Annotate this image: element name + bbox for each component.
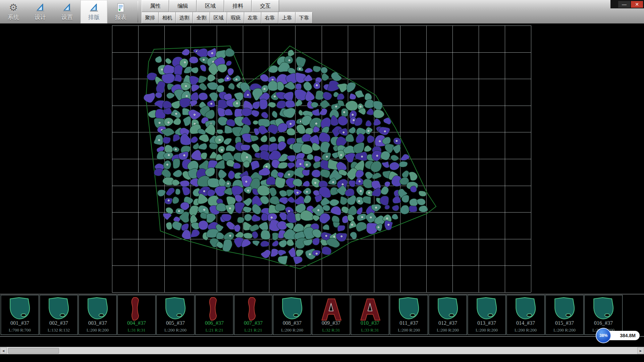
piece-lr-counts: L:200 R:200 [273, 327, 311, 333]
piece-shape-icon [6, 296, 33, 323]
piece-id: 012_#37 [429, 320, 467, 326]
piece-thumbnail[interactable]: 014_#37 L:200 R:200 [506, 295, 545, 335]
tab-properties[interactable]: 属性 [142, 0, 169, 12]
piece-lr-counts: L:132 R:132 [40, 327, 77, 333]
design-sail-icon [35, 2, 46, 13]
tool-align-bottom[interactable]: 下靠 [296, 12, 313, 23]
toolbar-item-label: 排版 [88, 13, 100, 21]
tab-region[interactable]: 区域 [197, 0, 224, 12]
piece-lr-counts: L:200 R:200 [546, 327, 583, 333]
piece-thumbnail[interactable]: 007_#37 L:21 R:21 [234, 295, 272, 335]
toolbar-item-label: 设计 [35, 13, 46, 21]
piece-lr-counts: L:200 R:200 [468, 327, 505, 333]
horizontal-scrollbar[interactable]: ◄ ► [0, 347, 644, 354]
piece-shape-icon [240, 296, 267, 323]
tab-nesting[interactable]: 排料 [224, 0, 252, 12]
tool-select-cut[interactable]: 选割 [176, 12, 193, 23]
piece-id: 003_#37 [79, 320, 116, 326]
toolbar-separator [138, 1, 138, 22]
toolbar-item-label: 设置 [61, 13, 73, 21]
piece-id: 014_#37 [507, 320, 544, 326]
toolbar-item-nesting[interactable]: 排版 [80, 0, 107, 23]
window-controls: — ✕ [610, 0, 644, 8]
tool-align-right[interactable]: 右靠 [261, 12, 278, 23]
close-icon: ✕ [635, 2, 639, 7]
piece-lr-counts: L:200 R:200 [79, 327, 116, 333]
tab-interactive[interactable]: 交互 [252, 0, 279, 12]
scroll-left-arrow-icon[interactable]: ◄ [0, 347, 7, 354]
piece-thumbnail[interactable]: 012_#37 L:200 R:200 [429, 295, 467, 335]
piece-id: 009_#37 [312, 320, 350, 326]
settings-sail-icon [62, 2, 72, 13]
piece-id: 016_#37 [585, 320, 622, 326]
scroll-right-arrow-icon[interactable]: ► [637, 347, 644, 354]
piece-thumbnail[interactable]: 013_#37 L:200 R:200 [468, 295, 506, 335]
piece-lr-counts: L:200 R:200 [157, 327, 194, 333]
piece-shape-icon [395, 296, 422, 323]
piece-shape-icon [162, 296, 189, 323]
piece-id: 013_#37 [468, 320, 505, 326]
piece-thumbnail-strip: 001_#37 L:700 R:700 002_#37 L:132 R:132 … [0, 294, 644, 337]
minimize-icon: — [622, 2, 627, 7]
tool-defect[interactable]: 瑕疵 [227, 12, 244, 23]
piece-shape-icon [590, 296, 617, 323]
tool-align-top[interactable]: 上靠 [278, 12, 296, 23]
toolbar-item-design[interactable]: 设计 [27, 0, 54, 23]
piece-thumbnail[interactable]: 001_#37 L:700 R:700 [1, 295, 39, 335]
piece-lr-counts: L:21 R:21 [196, 327, 233, 333]
piece-shape-icon [201, 296, 228, 323]
main-toolbar: ⚙ 系统 设计 设置 [0, 0, 644, 24]
piece-thumbnail[interactable]: 005_#37 L:200 R:200 [156, 295, 195, 335]
piece-id: 010_#37 [351, 320, 389, 326]
tab-edit[interactable]: 编辑 [169, 0, 197, 12]
piece-thumbnail[interactable]: 009_#37 L:32 R:31 [312, 295, 350, 335]
tool-zone[interactable]: 区域 [210, 12, 227, 23]
close-button[interactable]: ✕ [631, 1, 643, 8]
piece-id: 011_#37 [390, 320, 428, 326]
report-document-icon [115, 2, 126, 13]
toolbar-item-report[interactable]: 报表 [107, 0, 134, 23]
memory-status-badge: 38% 384.8M [604, 331, 640, 340]
piece-shape-icon [123, 296, 150, 323]
piece-id: 006_#37 [196, 320, 233, 326]
piece-id: 015_#37 [546, 320, 583, 326]
piece-thumbnail[interactable]: 015_#37 L:200 R:200 [545, 295, 584, 335]
nesting-canvas[interactable] [0, 23, 644, 294]
piece-lr-counts: L:21 R:21 [234, 327, 272, 333]
system-gear-icon: ⚙ [8, 2, 19, 13]
piece-thumbnail[interactable]: 002_#37 L:132 R:132 [40, 295, 78, 335]
tool-button-row: 聚排 相机 选割 全割 区域 瑕疵 左靠 右靠 上靠 下靠 [142, 12, 313, 23]
piece-thumbnail[interactable]: 011_#37 L:200 R:200 [390, 295, 428, 335]
piece-shape-icon [551, 296, 578, 323]
piece-id: 002_#37 [40, 320, 77, 326]
memory-value: 384.8M [620, 333, 636, 338]
toolbar-item-label: 报表 [115, 13, 126, 21]
toolbar-item-label: 系统 [8, 13, 19, 21]
toolbar-item-system[interactable]: ⚙ 系统 [0, 0, 27, 23]
piece-thumbnail[interactable]: 006_#37 L:21 R:21 [195, 295, 233, 335]
scrollbar-thumb[interactable] [8, 348, 59, 354]
tool-camera[interactable]: 相机 [159, 12, 176, 23]
tool-cut-all[interactable]: 全割 [193, 12, 210, 23]
app-window: ⚙ 系统 设计 设置 [0, 0, 644, 362]
tool-cluster-nest[interactable]: 聚排 [142, 12, 159, 23]
progress-value: 38% [599, 333, 607, 338]
piece-thumbnail[interactable]: 010_#37 L:33 R:31 [351, 295, 389, 335]
piece-shape-icon [84, 296, 111, 323]
progress-circle: 38% [596, 328, 611, 343]
piece-thumbnail[interactable]: 004_#37 L:31 R:31 [117, 295, 156, 335]
toolbar-item-settings[interactable]: 设置 [54, 0, 80, 23]
tool-align-left[interactable]: 左靠 [244, 12, 261, 23]
minimize-button[interactable]: — [618, 1, 630, 8]
piece-lr-counts: L:200 R:200 [429, 327, 467, 333]
piece-shape-icon [318, 296, 344, 323]
piece-shape-icon [434, 296, 461, 323]
piece-thumbnail[interactable]: 008_#37 L:200 R:200 [273, 295, 311, 335]
piece-shape-icon [45, 296, 72, 323]
piece-lr-counts: L:200 R:200 [390, 327, 428, 333]
piece-shape-icon [357, 296, 383, 323]
piece-thumbnail[interactable]: 003_#37 L:200 R:200 [78, 295, 117, 335]
piece-shape-icon [279, 296, 306, 323]
piece-id: 008_#37 [273, 320, 311, 326]
piece-lr-counts: L:33 R:31 [351, 327, 389, 333]
